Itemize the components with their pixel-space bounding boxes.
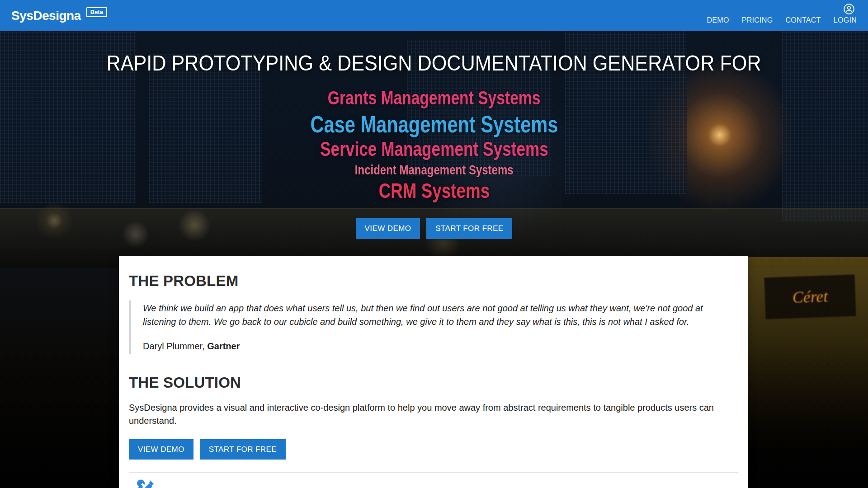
brand-logo: SysDesigna <box>11 0 81 31</box>
solution-cta-row: VIEW DEMO START FOR FREE <box>129 439 738 460</box>
beta-badge: Beta <box>86 7 107 17</box>
problem-quote-block: We think we build an app that does what … <box>129 300 738 354</box>
attribution-org: Gartner <box>207 341 240 351</box>
feature-row <box>129 479 738 488</box>
hero-line-grants: Grants Management Systems <box>301 85 567 111</box>
main-nav: DEMO PRICING CONTACT LOGIN <box>707 16 857 24</box>
content-card: THE PROBLEM We think we build an app tha… <box>119 256 748 488</box>
nav-demo[interactable]: DEMO <box>707 16 729 24</box>
hero-line-case: Case Management Systems <box>279 111 589 138</box>
top-navigation-bar: SysDesigna Beta DEMO PRICING CONTACT LOG… <box>0 0 868 31</box>
photo-sign-text: Céret <box>764 275 856 319</box>
hero-line-incident: Incident Management Systems <box>335 160 533 179</box>
start-for-free-button[interactable]: START FOR FREE <box>426 218 512 239</box>
hero-system-types: Grants Management Systems Case Managemen… <box>279 85 589 202</box>
landing-page: Céret SysDesigna Beta DEMO PRICING CONTA… <box>0 0 868 488</box>
hero-cta-row: VIEW DEMO START FOR FREE <box>356 218 513 239</box>
nav-login[interactable]: LOGIN <box>834 16 857 24</box>
hero-section: RAPID PROTOTYPING & DESIGN DOCUMENTATION… <box>0 31 868 256</box>
attribution-name: Daryl Plummer, <box>143 341 207 351</box>
quote-text: We think we build an app that does what … <box>143 301 736 328</box>
nav-pricing[interactable]: PRICING <box>742 16 773 24</box>
hero-line-service: Service Management Systems <box>292 138 577 160</box>
design-tools-icon <box>133 479 157 488</box>
view-demo-button[interactable]: VIEW DEMO <box>356 218 420 239</box>
section-divider <box>129 472 738 473</box>
hero-line-crm: CRM Systems <box>365 179 504 202</box>
problem-heading: THE PROBLEM <box>129 256 738 290</box>
brand: SysDesigna Beta <box>11 0 107 31</box>
quote-attribution: Daryl Plummer, Gartner <box>143 341 738 352</box>
start-for-free-button-2[interactable]: START FOR FREE <box>200 439 286 460</box>
view-demo-button-2[interactable]: VIEW DEMO <box>129 439 193 460</box>
nav-contact[interactable]: CONTACT <box>785 16 821 24</box>
solution-heading: THE SOLUTION <box>129 374 738 391</box>
account-icon[interactable] <box>843 3 855 15</box>
hero-title: RAPID PROTOTYPING & DESIGN DOCUMENTATION… <box>70 50 797 75</box>
solution-text: SysDesigna provides a visual and interac… <box>129 401 717 427</box>
